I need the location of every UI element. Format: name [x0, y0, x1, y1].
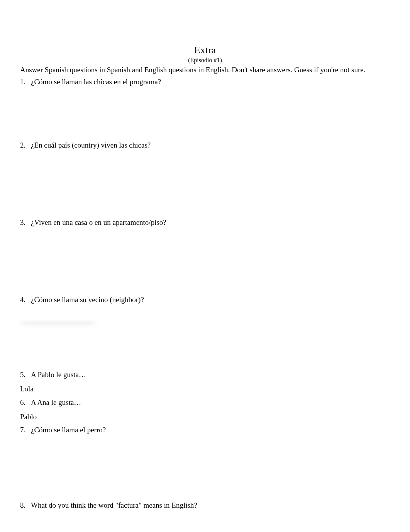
question-text: ¿Viven en una casa o en un apartamento/p…	[31, 218, 390, 228]
question-number: 2.	[20, 141, 31, 150]
blur-artifact	[19, 311, 97, 321]
question-text: What do you think the word "factura" mea…	[31, 501, 390, 510]
question-1: 1. ¿Cómo se llaman las chicas en el prog…	[20, 77, 390, 87]
answer-6: Pablo	[20, 412, 390, 422]
question-2: 2. ¿En cuál país (country) viven las chi…	[20, 141, 390, 150]
question-6: 6. A Ana le gusta…	[20, 398, 390, 408]
question-text: A Ana le gusta…	[31, 398, 390, 408]
question-5: 5. A Pablo le gusta…	[20, 370, 390, 380]
question-text: ¿Cómo se llaman las chicas en el program…	[31, 77, 390, 87]
question-number: 8.	[20, 501, 31, 510]
question-number: 6.	[20, 398, 31, 408]
question-text: ¿En cuál país (country) viven las chicas…	[31, 141, 390, 150]
question-number: 3.	[20, 218, 31, 228]
question-text: A Pablo le gusta…	[31, 370, 390, 380]
question-number: 7.	[20, 425, 31, 435]
question-7: 7. ¿Cómo se llama el perro?	[20, 425, 390, 435]
question-number: 4.	[20, 295, 31, 305]
instructions-text: Answer Spanish questions in Spanish and …	[20, 65, 390, 75]
question-3: 3. ¿Viven en una casa o en un apartament…	[20, 218, 390, 228]
subtitle: (Episodio #1)	[20, 57, 390, 64]
question-text: ¿Cómo se llama su vecino (neighbor)?	[31, 295, 390, 305]
question-number: 1.	[20, 77, 31, 87]
question-4: 4. ¿Cómo se llama su vecino (neighbor)?	[20, 295, 390, 305]
page-title: Extra	[20, 44, 390, 56]
question-text: ¿Cómo se llama el perro?	[31, 425, 390, 435]
question-8: 8. What do you think the word "factura" …	[20, 501, 390, 510]
answer-5: Lola	[20, 384, 390, 394]
question-number: 5.	[20, 370, 31, 380]
